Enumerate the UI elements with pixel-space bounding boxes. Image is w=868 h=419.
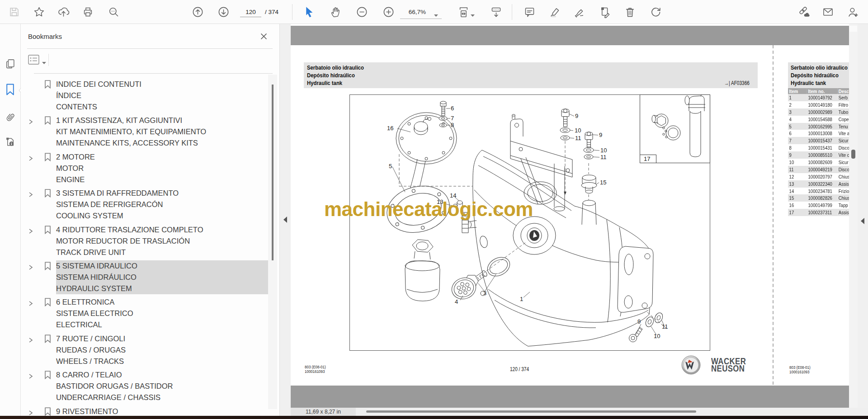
page-separator bbox=[773, 45, 777, 386]
comment-icon[interactable] bbox=[524, 6, 536, 18]
bookmark-label[interactable]: INDICE DEI CONTENUTIÍNDICECONTENTS bbox=[56, 79, 268, 113]
parts-table-row: 41000154588Cope bbox=[788, 116, 849, 123]
bookmark-icon bbox=[44, 298, 51, 306]
bookmark-label[interactable]: 6 ELETTRONICASISTEMA ELECTRICOELECTRICAL bbox=[56, 297, 268, 330]
part-callout: 11 bbox=[600, 154, 607, 160]
expand-chevron-icon[interactable] bbox=[28, 227, 33, 232]
fit-caret-icon[interactable] bbox=[471, 11, 475, 14]
page-footer-code: 803 (E08-01) 1000161093 bbox=[305, 365, 330, 374]
panel-title: Bookmarks bbox=[28, 33, 62, 40]
brand-name: WACKER NEUSON bbox=[711, 358, 753, 372]
zoom-out-icon[interactable] bbox=[356, 6, 368, 18]
page-number-input[interactable] bbox=[240, 7, 261, 17]
share-upload-icon[interactable] bbox=[57, 6, 70, 18]
previous-page-icon[interactable] bbox=[192, 6, 204, 18]
panel-scrollbar[interactable] bbox=[268, 75, 277, 409]
bookmarks-list: INDICE DEI CONTENUTIÍNDICECONTENTS1 KIT … bbox=[21, 79, 268, 416]
bookmark-item[interactable]: 5 SISTEMA IDRAULICOSISTEMA HIDRÁULICOHYD… bbox=[21, 260, 268, 294]
document-info-icon[interactable] bbox=[5, 136, 16, 147]
parts-table-row: 61000013008Vite a bbox=[788, 130, 849, 137]
mail-icon[interactable] bbox=[822, 6, 834, 18]
collapse-panel-icon[interactable] bbox=[283, 217, 288, 223]
zoom-in-icon[interactable] bbox=[382, 6, 395, 18]
status-bar: 11,69 x 8,27 in bbox=[291, 408, 868, 416]
next-page-icon[interactable] bbox=[217, 6, 230, 18]
bookmark-options-icon[interactable] bbox=[28, 55, 39, 65]
parts-table-header: ItemItem no.Desc bbox=[788, 88, 849, 94]
page-edit-icon[interactable] bbox=[599, 6, 611, 18]
signature-icon[interactable] bbox=[573, 6, 585, 18]
document-area: Serbatoio olio idraulico Depósito hidraú… bbox=[291, 24, 849, 408]
bookmark-label[interactable]: 2 MOTOREMOTORENGINE bbox=[56, 151, 268, 185]
star-icon[interactable] bbox=[33, 6, 45, 18]
expand-chevron-icon[interactable] bbox=[28, 191, 33, 196]
bookmark-icon bbox=[44, 226, 51, 234]
rotate-icon[interactable] bbox=[650, 6, 662, 18]
part-callout: 1 bbox=[520, 296, 523, 302]
next-page-header-block: Serbatoio olio idraulico Depósito hidraú… bbox=[788, 62, 849, 88]
page-total-label: / 374 bbox=[265, 9, 278, 15]
bookmark-label[interactable]: 8 CARRO / TELAIOBASTIDOR ORUGAS / BASTID… bbox=[56, 369, 268, 403]
bookmark-item[interactable]: 3 SISTEMA DI RAFFREDDAMENTOSISTEMA DE RE… bbox=[21, 188, 268, 221]
select-cursor-icon[interactable] bbox=[303, 6, 315, 18]
search-icon[interactable] bbox=[108, 6, 120, 18]
delete-icon[interactable] bbox=[624, 6, 636, 18]
bookmark-item[interactable]: 8 CARRO / TELAIOBASTIDOR ORUGAS / BASTID… bbox=[21, 369, 268, 403]
expand-chevron-icon[interactable] bbox=[28, 264, 33, 268]
bookmark-item[interactable]: 2 MOTOREMOTORENGINE bbox=[21, 151, 268, 185]
part-callout: 5 bbox=[389, 163, 392, 169]
zoom-underline bbox=[400, 19, 442, 19]
zoom-level-label[interactable]: 66,7% bbox=[398, 9, 426, 15]
bookmark-item[interactable]: 9 RIVESTIMENTO bbox=[21, 406, 268, 416]
bookmarks-panel: Bookmarks INDICE DEI CONTENUTIÍNDICECONT… bbox=[21, 24, 279, 416]
part-callout: 11 bbox=[575, 135, 581, 141]
bookmarks-panel-icon[interactable] bbox=[5, 83, 16, 96]
bookmark-label[interactable]: 3 SISTEMA DI RAFFREDDAMENTOSISTEMA DE RE… bbox=[56, 188, 268, 221]
vertical-scrollbar-thumb[interactable] bbox=[851, 150, 855, 159]
bookmark-item[interactable]: 6 ELETTRONICASISTEMA ELECTRICOELECTRICAL bbox=[21, 297, 268, 330]
options-caret-icon[interactable] bbox=[42, 58, 46, 61]
save-icon[interactable] bbox=[8, 6, 20, 18]
expand-chevron-icon[interactable] bbox=[28, 118, 33, 123]
bookmark-label[interactable]: 7 RUOTE / CINGOLIRUEDAS / ORUGASWHEELS /… bbox=[56, 333, 268, 367]
vertical-scrollbar[interactable] bbox=[849, 24, 858, 408]
print-icon[interactable] bbox=[82, 6, 94, 18]
bookmark-label[interactable]: 5 SISTEMA IDRAULICOSISTEMA HIDRÁULICOHYD… bbox=[56, 260, 268, 294]
expand-chevron-icon[interactable] bbox=[28, 336, 33, 341]
close-panel-icon[interactable] bbox=[260, 33, 267, 40]
part-callout: 10 bbox=[600, 147, 607, 154]
figure-code: →| AF03366 bbox=[724, 80, 755, 86]
bookmark-icon bbox=[44, 189, 51, 198]
bookmark-icon bbox=[44, 262, 51, 270]
parts-table-row: 81000015431Disco bbox=[788, 144, 849, 151]
bookmark-item[interactable]: 1 KIT ASSISTENZA, KIT AGGIUNTIVIKIT MANT… bbox=[21, 115, 268, 149]
horizontal-scrollbar-thumb[interactable] bbox=[366, 410, 696, 413]
link-share-icon[interactable] bbox=[797, 6, 810, 18]
attachments-icon[interactable] bbox=[5, 112, 16, 123]
bookmark-item[interactable]: 7 RUOTE / CINGOLIRUEDAS / ORUGASWHEELS /… bbox=[21, 333, 268, 367]
right-collapse-icon[interactable] bbox=[860, 218, 865, 224]
scroll-up-button[interactable] bbox=[849, 26, 857, 32]
zoom-caret-icon[interactable] bbox=[434, 11, 438, 14]
fit-width-icon[interactable] bbox=[458, 6, 470, 18]
right-collapse-strip[interactable] bbox=[858, 24, 868, 408]
bookmark-item[interactable]: INDICE DEI CONTENUTIÍNDICECONTENTS bbox=[21, 79, 268, 113]
panel-collapse-strip[interactable] bbox=[279, 24, 291, 416]
header-line: Hydraulic tank bbox=[307, 79, 342, 87]
hand-pan-icon[interactable] bbox=[330, 6, 342, 18]
expand-chevron-icon[interactable] bbox=[28, 409, 33, 414]
bookmark-label[interactable]: 4 RIDUTTORE TRASLAZIONE COMPLETOMOTOR RE… bbox=[56, 224, 268, 258]
bookmark-item[interactable]: 4 RIDUTTORE TRASLAZIONE COMPLETOMOTOR RE… bbox=[21, 224, 268, 258]
bookmark-label[interactable]: 9 RIVESTIMENTO bbox=[56, 406, 268, 416]
bookmark-label[interactable]: 1 KIT ASSISTENZA, KIT AGGIUNTIVIKIT MANT… bbox=[56, 115, 268, 149]
expand-chevron-icon[interactable] bbox=[28, 372, 33, 377]
scroll-mode-icon[interactable] bbox=[490, 6, 502, 18]
parts-table-row: 111000049219Disco bbox=[788, 166, 849, 173]
page-thumbnails-icon[interactable] bbox=[5, 58, 16, 70]
account-add-icon[interactable] bbox=[847, 6, 859, 18]
panel-scrollbar-thumb[interactable] bbox=[272, 85, 274, 260]
next-page-footer-code: 803 (E08-01) 1000161093 bbox=[789, 365, 814, 374]
highlighter-icon[interactable] bbox=[549, 6, 561, 18]
expand-chevron-icon[interactable] bbox=[28, 300, 33, 305]
expand-chevron-icon[interactable] bbox=[28, 155, 33, 160]
